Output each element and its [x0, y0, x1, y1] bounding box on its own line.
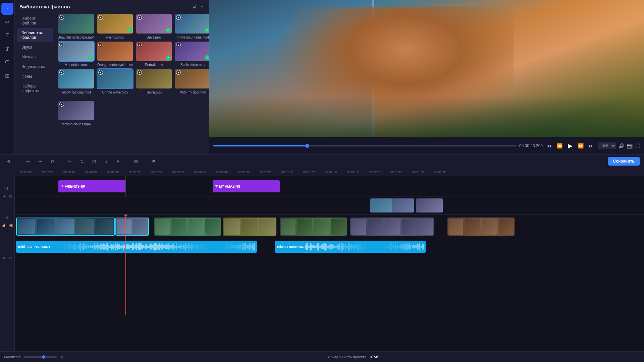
undo-btn[interactable]: ↩ — [23, 157, 33, 166]
file-grid-row-3: ● Yellow raincoat.mp4 ● On the wave.mov — [58, 68, 206, 99]
file-selfie[interactable]: ● ✓ Selfie video.mov — [174, 41, 209, 67]
file-name-hiking: Hiking.mov — [136, 90, 172, 95]
audio-clip-1[interactable]: Bold_And_Young.mp3 // Generate waveform … — [16, 241, 257, 253]
nav-sounds[interactable]: Звуки — [17, 43, 53, 52]
track-add-btn[interactable]: ⊕ — [4, 157, 13, 166]
title-clip-icon-1: 𝐓 — [61, 184, 63, 188]
video-clip-3[interactable] — [154, 218, 221, 236]
volume-icon[interactable]: 🔊 — [619, 143, 624, 148]
track-icon-2[interactable]: ⊕ — [2, 193, 7, 199]
ruler-mark-17: 00:01:25 — [385, 171, 407, 174]
timeline-ruler: 00:00:00 00:00:05 00:00:10 00:00:15 00:0… — [0, 168, 644, 176]
scale-slider[interactable] — [23, 356, 57, 358]
nav-backgrounds[interactable]: Фоны — [17, 72, 53, 81]
title-track: 𝐓 FRIENDSHIP 𝐓 MY AMAZING — [15, 176, 644, 196]
toolbar-divider-2 — [61, 158, 61, 165]
add-icon[interactable]: ＋ — [200, 3, 204, 9]
list-btn[interactable]: ≡ — [113, 157, 123, 166]
toolbar-divider-3 — [127, 158, 127, 165]
ruler-mark-15: 00:01:15 — [342, 171, 364, 174]
aspect-ratio-select[interactable]: 16:9 9:16 1:1 — [598, 142, 616, 149]
thumb-check: ✓ — [205, 55, 209, 60]
duration-label: Длительность проекта: 01:45 — [328, 355, 379, 359]
track-lock-icon[interactable]: 🔒 — [0, 222, 7, 229]
screen-btn[interactable]: ⊟ — [131, 157, 141, 166]
track-music-icon[interactable]: ♪ — [5, 247, 10, 254]
redo-btn[interactable]: ↪ — [35, 157, 45, 166]
file-yellow-rain[interactable]: ● Yellow raincoat.mp4 — [58, 68, 95, 99]
upper-clip-2[interactable] — [416, 198, 443, 213]
file-guys[interactable]: ● ✓ Guys.mov — [136, 13, 172, 40]
ruler-mark-18: 00:01:30 — [407, 171, 429, 174]
file-beautiful-landscape[interactable]: ● Beautiful landscape.mp4 — [58, 13, 95, 40]
track-mute-icon[interactable]: 🔇 — [8, 222, 14, 229]
play-btn[interactable]: ▶ — [567, 141, 574, 151]
track-audio-icon-3[interactable]: ⊟ — [8, 255, 13, 261]
file-in-mountains[interactable]: ● ✓ In the mountains.mp4 — [174, 13, 209, 40]
file-mountains[interactable]: ● ✓ Mountains.mov — [58, 41, 95, 67]
nav-clips[interactable]: Видеоклипы — [17, 62, 53, 71]
title-clip-amazing[interactable]: 𝐓 MY AMAZING — [213, 180, 280, 192]
sidebar-clock-btn[interactable]: ⏱ — [1, 56, 13, 68]
loop-btn[interactable]: ↻ — [77, 157, 87, 166]
audio-clip-2[interactable]: Bright_Future.mp3 const wc2 = document.c… — [275, 241, 426, 253]
sidebar-icons: ⌂ ✂ T 𝐓 ⏱ ⊞ — [0, 0, 15, 154]
ruler-mark-4: 00:00:20 — [102, 171, 124, 174]
file-clouds[interactable]: ● Moving clouds.mp4 — [58, 100, 95, 126]
ruler-mark-12: 00:01:00 — [276, 171, 298, 174]
track-icon-3[interactable]: ⊟ — [8, 193, 13, 199]
video-clip-7[interactable] — [447, 218, 515, 236]
crop-btn[interactable]: ⊡ — [89, 157, 99, 166]
scale-slider-thumb[interactable] — [42, 355, 45, 359]
toolbar-divider-4 — [145, 158, 145, 165]
video-clip-4[interactable] — [223, 218, 276, 236]
file-hiking[interactable]: ● Hiking.mov — [136, 68, 172, 99]
progress-bar[interactable] — [213, 145, 517, 146]
cut-btn[interactable]: ✂ — [65, 157, 74, 166]
track-audio-icon-2[interactable]: ⊕ — [2, 255, 7, 261]
file-friends[interactable]: ● ✓ Friends.mov — [97, 13, 133, 40]
file-wave[interactable]: ● On the wave.mov — [97, 68, 133, 99]
filter-icon[interactable]: ⊿ — [192, 3, 196, 9]
file-portrait[interactable]: ● ✓ Portrait.mov — [136, 41, 172, 67]
prev-frame-btn[interactable]: ⏪ — [555, 142, 564, 150]
sidebar-cut-btn[interactable]: ✂ — [1, 16, 13, 28]
nav-music[interactable]: Музыка — [17, 52, 53, 62]
video-clip-2[interactable] — [115, 218, 149, 236]
thumb-play-overlay: ● — [59, 70, 64, 75]
nav-effects[interactable]: Наборы эффектов — [17, 81, 53, 96]
sidebar-grid-btn[interactable]: ⊞ — [1, 70, 13, 82]
thumb-play-overlay: ● — [176, 15, 181, 20]
sidebar-home-btn[interactable]: ⌂ — [1, 3, 13, 15]
video-clip-5[interactable] — [280, 218, 347, 236]
progress-thumb[interactable] — [305, 144, 309, 148]
rewind-start-btn[interactable]: ⏮ — [545, 142, 553, 150]
title-clip-friendship[interactable]: 𝐓 FRIENDSHIP — [58, 180, 125, 192]
info-btn[interactable]: ℹ — [101, 157, 111, 166]
fast-forward-btn[interactable]: ⏭ — [588, 142, 595, 150]
file-name-yellow-rain: Yellow raincoat.mp4 — [58, 90, 95, 95]
nav-import[interactable]: Импорт файлов — [17, 14, 53, 28]
sidebar-text2-btn[interactable]: 𝐓 — [1, 43, 13, 55]
ruler-mark-11: 00:00:55 — [255, 171, 276, 174]
upper-clip-1[interactable] — [370, 198, 414, 213]
video-clip-6[interactable] — [350, 218, 434, 236]
delete-btn[interactable]: 🗑 — [47, 157, 57, 166]
file-motorcycle[interactable]: ● Orange motorcycle.mov — [97, 41, 133, 67]
next-frame-btn[interactable]: ⏩ — [577, 142, 585, 150]
track-eye-icon-1[interactable]: 👁 — [4, 185, 11, 192]
save-button[interactable]: Сохранить — [608, 157, 640, 166]
fullscreen-icon[interactable]: ⛶ — [635, 143, 640, 148]
timeline-content[interactable]: 𝐓 FRIENDSHIP 𝐓 MY AMAZING — [15, 176, 644, 351]
snapshot-icon[interactable]: 📷 — [627, 143, 633, 148]
flag-btn[interactable]: ⚑ — [149, 157, 158, 166]
sidebar-text-btn[interactable]: T — [1, 29, 13, 42]
file-dog[interactable]: ● With my dog.mov — [174, 68, 209, 99]
track-eye-icon-2[interactable]: 👁 — [4, 214, 11, 222]
video-clip-1[interactable] — [16, 218, 115, 236]
preview-controls: 00:00:23.200 ⏮ ⏪ ▶ ⏩ ⏭ 16:9 9:16 1:1 🔊 📷… — [209, 137, 644, 154]
file-name-clouds: Moving clouds.mp4 — [58, 122, 95, 126]
file-name-selfie: Selfie video.mov — [174, 63, 209, 67]
nav-library[interactable]: Библиотека файлов — [17, 28, 53, 42]
file-name-mountains: Mountains.mov — [58, 63, 95, 67]
